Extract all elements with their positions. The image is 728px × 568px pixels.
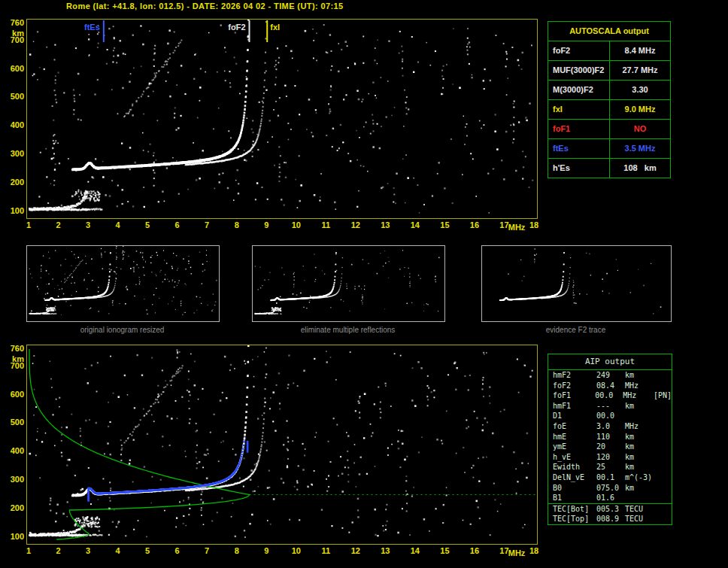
thumbnail-canvas — [253, 246, 444, 321]
autoscala-row-fxI: fxI9.0 MHz — [548, 100, 670, 120]
aip-value: 110 — [596, 432, 625, 442]
x-axis-tick: 14 — [411, 546, 420, 555]
aip-label: hmE — [553, 432, 596, 442]
aip-label: h_vE — [553, 452, 596, 463]
aip-unit: TECU — [625, 514, 657, 524]
x-axis-tick: 3 — [86, 546, 90, 555]
aip-value: 075.0 — [596, 483, 625, 494]
param-value: 27.7 MHz — [610, 61, 670, 80]
aip-row-B1: B101.6 — [548, 493, 672, 503]
aip-value: 00.1 — [596, 472, 625, 483]
x-axis-tick: 16 — [470, 220, 479, 229]
aip-label: foF1 — [553, 390, 595, 401]
fit-dot — [242, 448, 244, 450]
ionogram-top-plot: ftEsfoF2fxI — [26, 19, 538, 219]
thumbnail-canvas — [482, 246, 671, 321]
aip-label: B0 — [553, 483, 596, 494]
thumbnail-caption: eliminate multiple reflections — [252, 326, 444, 334]
y-axis-unit: km — [2, 354, 24, 363]
param-label: h'Es — [548, 159, 610, 178]
thumbnail-caption: original ionogram resized — [26, 326, 218, 334]
aip-unit: km — [625, 442, 657, 452]
x-axis-tick: 8 — [235, 546, 239, 555]
fit-dot — [243, 445, 245, 447]
aip-value: 3.0 — [596, 421, 625, 432]
aip-unit: MHz — [625, 421, 657, 432]
thumbnail-canvas — [27, 246, 219, 321]
param-label: foF1 — [548, 120, 610, 138]
marker-label-foF2: foF2 — [228, 23, 245, 32]
fit-dot — [241, 451, 244, 453]
aip-value: --- — [596, 401, 625, 412]
param-label: M(3000)F2 — [548, 80, 610, 99]
aip-value: 008.9 — [596, 514, 625, 524]
aip-unit: MHz — [625, 381, 657, 391]
x-axis-tick: 17 — [499, 546, 508, 555]
aip-unit: TECU — [625, 504, 657, 515]
aip-value: 00.0 — [596, 411, 625, 421]
marker-label-ftEs: ftEs — [84, 23, 100, 32]
x-axis-unit: MHz — [508, 223, 526, 232]
aip-extra — [657, 442, 672, 452]
x-axis-tick: 3 — [86, 220, 90, 229]
thumbnail-panel-0 — [26, 245, 220, 322]
thumbnail-panel-2 — [481, 245, 672, 322]
x-axis-tick: 10 — [292, 546, 301, 555]
y-axis-tick: 300 — [2, 149, 24, 158]
aip-row-hmE: hmE110km — [548, 432, 672, 442]
param-label: MUF(3000)F2 — [548, 61, 610, 80]
x-axis-tick: 9 — [264, 546, 268, 555]
autoscala-row-foF1: foF1NO — [548, 120, 670, 139]
aip-row-foF2: foF208.4MHz — [548, 381, 672, 391]
aip-row-TEC[Top]: TEC[Top]008.9TECU — [548, 514, 672, 524]
x-axis-tick: 13 — [381, 546, 390, 555]
autoscala-row-ftEs: ftEs3.5 MHz — [548, 139, 670, 159]
x-axis-tick: 5 — [145, 220, 150, 229]
aip-extra — [657, 472, 672, 483]
aip-label: hmF1 — [553, 401, 596, 412]
aip-table-title: AIP output — [548, 354, 672, 370]
autoscala-table-title: AUTOSCALA output — [548, 22, 670, 41]
aip-unit: km — [625, 401, 657, 412]
aip-unit: km — [625, 452, 657, 463]
aip-extra — [657, 514, 672, 524]
aip-row-TEC[Bot]: TEC[Bot]005.3TECU — [548, 503, 672, 515]
y-axis-tick: 600 — [2, 390, 24, 399]
fit-dot — [241, 456, 243, 458]
param-value: 3.30 — [610, 80, 670, 99]
aip-unit — [625, 493, 657, 503]
aip-value: 20 — [596, 442, 625, 452]
x-axis-tick: 9 — [264, 220, 268, 229]
aip-value: 25 — [596, 462, 625, 472]
x-axis-tick: 11 — [321, 546, 330, 555]
aip-unit: km — [625, 462, 657, 472]
aip-extra — [657, 462, 672, 472]
fit-dot — [243, 440, 245, 442]
x-axis-tick: 17 — [499, 220, 508, 229]
y-axis-tick: 200 — [2, 503, 24, 512]
param-value: 9.0 MHz — [610, 100, 670, 119]
x-axis-tick: 18 — [529, 546, 538, 555]
aip-row-ymE: ymE20km — [548, 442, 672, 452]
aip-label: D1 — [553, 411, 596, 421]
fit-dot — [239, 460, 241, 462]
x-axis-tick: 1 — [26, 220, 31, 229]
aip-value: 249 — [596, 370, 625, 381]
aip-label: TEC[Top] — [553, 514, 596, 524]
x-axis-tick: 1 — [26, 546, 31, 555]
ionogram-canvas — [27, 345, 537, 544]
autoscala-row-h'Es: h'Es108 km — [548, 159, 670, 178]
aip-row-D1: D100.0 — [548, 411, 672, 421]
aip-value: 08.4 — [596, 381, 625, 391]
aip-extra — [657, 504, 672, 515]
x-axis-tick: 7 — [205, 220, 209, 229]
aip-extra — [657, 401, 672, 412]
x-axis-tick: 15 — [440, 220, 449, 229]
x-axis-unit: MHz — [508, 548, 526, 557]
y-axis-unit: km — [2, 29, 24, 38]
y-axis-tick: 500 — [2, 92, 24, 101]
aip-unit: MHz — [623, 390, 654, 401]
x-axis-tick: 15 — [440, 546, 449, 555]
x-axis-tick: 16 — [470, 546, 479, 555]
aip-unit: km — [625, 370, 657, 381]
